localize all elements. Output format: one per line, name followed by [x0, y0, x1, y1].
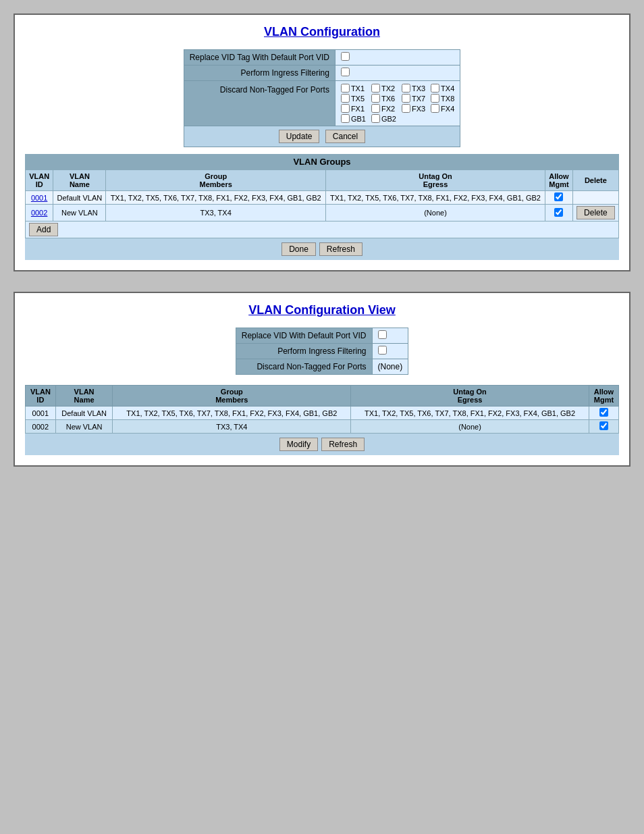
gb1-checkbox[interactable] — [341, 114, 350, 123]
col-untag-egress: Untag OnEgress — [325, 170, 545, 191]
view-col-untag-egress: Untag OnEgress — [351, 386, 589, 407]
view-replace-vid-label: Replace VID With Default Port VID — [242, 331, 367, 340]
replace-vid-label: Replace VID Tag With Default Port VID — [190, 53, 329, 62]
delete-button-0002[interactable]: Delete — [576, 206, 615, 219]
vlan-id-link-0001[interactable]: 0001 — [31, 194, 47, 202]
done-button[interactable]: Done — [281, 242, 316, 256]
add-row: Add — [26, 221, 619, 238]
cancel-button[interactable]: Cancel — [325, 130, 365, 143]
col-vlan-name: VLANName — [53, 170, 106, 191]
tx6-checkbox[interactable] — [371, 94, 380, 103]
fx3-item: FX3 — [402, 104, 425, 113]
view-ingress-label: Perform Ingress Filtering — [277, 346, 366, 356]
fx2-checkbox[interactable] — [371, 104, 380, 113]
ingress-checkbox[interactable] — [341, 68, 350, 76]
table-row: 0001 Default VLAN TX1, TX2, TX5, TX6, TX… — [26, 407, 619, 420]
gb2-item: GB2 — [371, 114, 396, 123]
add-button[interactable]: Add — [29, 223, 58, 236]
tx7-checkbox[interactable] — [402, 94, 410, 103]
vlan-config-panel: VLAN Configuration Replace VID Tag With … — [14, 14, 630, 271]
vlan-view-table: VLANID VLANName GroupMembers Untag OnEgr… — [25, 385, 619, 434]
view-refresh-button[interactable]: Refresh — [321, 438, 365, 451]
tx8-item: TX8 — [431, 94, 454, 103]
replace-vid-checkbox[interactable] — [341, 52, 350, 61]
panel1-bottom-buttons: Done Refresh — [25, 238, 619, 260]
fx4-item: FX4 — [431, 104, 454, 113]
col-group-members: GroupMembers — [106, 170, 325, 191]
vlan-groups-header: VLAN Groups — [25, 154, 619, 170]
view-allow-mgmt-0001[interactable] — [599, 408, 608, 417]
view-col-vlan-name: VLANName — [55, 386, 113, 407]
update-button[interactable]: Update — [279, 130, 320, 143]
vlan-id-link-0002[interactable]: 0002 — [31, 209, 47, 217]
vlan-groups-table: VLANID VLANName GroupMembers Untag OnEgr… — [25, 170, 619, 238]
view-col-group-members: GroupMembers — [113, 386, 351, 407]
tx2-checkbox[interactable] — [371, 84, 380, 93]
view-allow-mgmt-0002[interactable] — [599, 421, 608, 430]
view-ingress-checkbox[interactable] — [378, 346, 387, 355]
table-row: 0002 New VLAN TX3, TX4 (None) Delete — [26, 205, 619, 221]
fx3-checkbox[interactable] — [402, 104, 410, 113]
col-delete: Delete — [572, 170, 618, 191]
tx2-item: TX2 — [371, 84, 396, 93]
panel1-title: VLAN Configuration — [25, 25, 619, 39]
tx5-item: TX5 — [341, 94, 366, 103]
allow-mgmt-0001[interactable] — [554, 192, 563, 201]
panel2-title: VLAN Configuration View — [25, 303, 619, 317]
tx6-item: TX6 — [371, 94, 396, 103]
tx1-item: TX1 — [341, 84, 366, 93]
view-replace-vid-checkbox[interactable] — [378, 330, 387, 339]
tx1-checkbox[interactable] — [341, 84, 350, 93]
col-vlan-id: VLANID — [26, 170, 53, 191]
discard-label: Discard Non-Tagged For Ports — [220, 85, 329, 95]
ingress-label: Perform Ingress Filtering — [241, 68, 329, 78]
view-col-vlan-id: VLANID — [26, 386, 56, 407]
gb2-checkbox[interactable] — [371, 114, 380, 123]
table-row: 0002 New VLAN TX3, TX4 (None) — [26, 420, 619, 434]
fx1-checkbox[interactable] — [341, 104, 350, 113]
gb1-item: GB1 — [341, 114, 366, 123]
col-allow-mgmt: AllowMgmt — [545, 170, 573, 191]
view-discard-label: Discard Non-Tagged For Ports — [257, 362, 366, 371]
vlan-config-view-panel: VLAN Configuration View Replace VID With… — [14, 292, 630, 467]
allow-mgmt-0002[interactable] — [554, 208, 563, 217]
tx3-item: TX3 — [402, 84, 425, 93]
tx4-checkbox[interactable] — [431, 84, 439, 93]
tx4-item: TX4 — [431, 84, 454, 93]
refresh-button[interactable]: Refresh — [319, 242, 363, 256]
tx7-item: TX7 — [402, 94, 425, 103]
modify-button[interactable]: Modify — [279, 438, 318, 451]
view-discard-value: (None) — [378, 362, 403, 371]
tx3-checkbox[interactable] — [402, 84, 410, 93]
tx5-checkbox[interactable] — [341, 94, 350, 103]
table-row: 0001 Default VLAN TX1, TX2, TX5, TX6, TX… — [26, 191, 619, 205]
panel2-bottom-buttons: Modify Refresh — [25, 434, 619, 455]
fx1-item: FX1 — [341, 104, 366, 113]
tx8-checkbox[interactable] — [431, 94, 439, 103]
fx4-checkbox[interactable] — [431, 104, 439, 113]
view-col-allow-mgmt: AllowMgmt — [589, 386, 618, 407]
fx2-item: FX2 — [371, 104, 396, 113]
